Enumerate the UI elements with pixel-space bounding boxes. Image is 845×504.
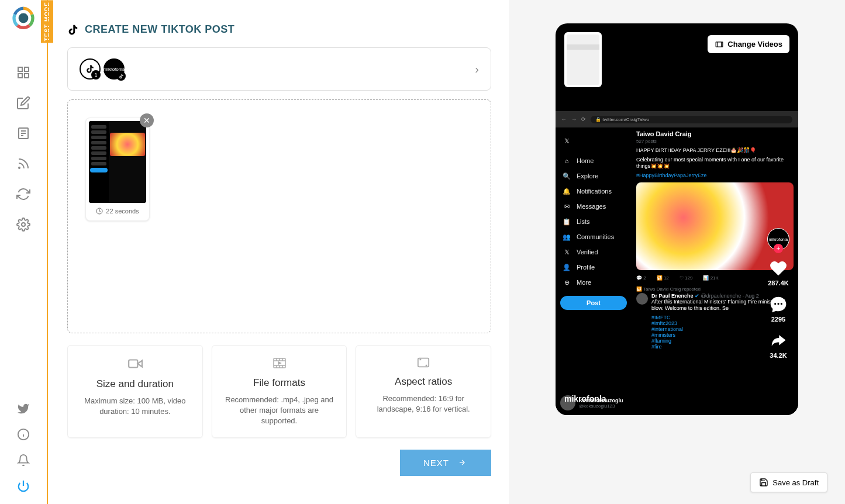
browser-bar: ←→⟳ 🔒 twitter.com/CraigTaiwo	[556, 111, 798, 127]
feed-text: HAPPY BIRTHDAY PAPA JERRY EZE!!!🎂🎉🎊🎈	[636, 147, 794, 154]
settings-icon[interactable]	[16, 218, 30, 232]
twitter-current-handle: @koksuzoglu123	[579, 403, 623, 409]
remove-video-button[interactable]: ✕	[140, 113, 154, 127]
svg-point-9	[19, 167, 20, 168]
twitter-nav-label: Explore	[577, 172, 598, 179]
change-videos-button[interactable]: Change Videos	[708, 35, 789, 53]
video-thumbnail[interactable]	[89, 121, 146, 203]
svg-rect-16	[129, 360, 137, 368]
feed-hashtag: #HappyBirthdayPapaJerryEze	[636, 172, 794, 179]
video-thumbnail-card: ✕ 2	[85, 118, 150, 221]
account-platform-badge	[116, 71, 126, 81]
svg-rect-2	[25, 67, 29, 71]
clock-icon	[96, 208, 103, 215]
twitter-nav-label: Communities	[577, 233, 614, 240]
tiktok-username: mikrofonla	[564, 394, 606, 403]
feed-profile-name: Taiwo David Craig	[636, 130, 794, 137]
svg-point-35	[781, 303, 782, 305]
comment-icon	[769, 295, 788, 314]
account-avatar: mikrofonla	[104, 58, 125, 80]
share-icon	[769, 332, 788, 350]
tiktok-like-count: 287.4K	[768, 279, 788, 286]
next-button[interactable]: NEXT	[400, 450, 491, 476]
film-icon	[271, 356, 288, 370]
info-card-title: Size and duration	[77, 378, 194, 390]
info-card-desc: Recommended: 16:9 for landscape, 9:16 fo…	[365, 393, 482, 415]
tiktok-comment-count: 2295	[771, 316, 785, 323]
feed-user-name: Dr Paul Enenche	[651, 293, 694, 299]
dashboard-icon[interactable]	[16, 65, 30, 80]
tiktok-profile-avatar[interactable]: mikrofonla	[767, 228, 789, 250]
twitter-nav-label: Profile	[577, 264, 595, 271]
svg-marker-17	[137, 361, 142, 367]
feed-user-handle: @drpaulenenche · Aug 2	[701, 293, 759, 299]
info-card-format: File formats Recommended: .mp4, .jpeg an…	[212, 345, 347, 438]
video-content-preview: ←→⟳ 🔒 twitter.com/CraigTaiwo 𝕏 ⌂Home 🔍Ex…	[556, 111, 798, 415]
save-draft-label: Save as Draft	[772, 478, 819, 487]
info-card-desc: Recommended: .mp4, .jpeg and other major…	[221, 395, 338, 427]
account-count-badge: 1	[91, 70, 101, 80]
bell-icon[interactable]	[17, 454, 30, 467]
tiktok-share-count: 34.2K	[770, 352, 787, 359]
svg-point-33	[774, 303, 776, 305]
preview-mini-thumbnail[interactable]	[564, 32, 602, 87]
app-logo[interactable]	[11, 6, 36, 30]
tiktok-action-bar: mikrofonla 287.4K 2295 34.2K	[767, 228, 789, 359]
feed-reposted: Taiwo David Craig reposted	[643, 286, 701, 292]
info-icon[interactable]	[17, 428, 30, 441]
svg-rect-4	[25, 74, 29, 78]
svg-point-0	[19, 13, 29, 23]
video-duration-text: 22 seconds	[106, 208, 139, 215]
twitter-icon[interactable]	[17, 402, 30, 415]
twitter-nav-label: Notifications	[577, 188, 612, 195]
tiktok-like-button[interactable]: 287.4K	[768, 259, 788, 286]
svg-rect-30	[716, 42, 723, 46]
feed-icon[interactable]	[16, 126, 30, 140]
rss-icon[interactable]	[16, 157, 30, 171]
next-button-label: NEXT	[423, 458, 449, 468]
account-tiktok-icon: 1	[80, 58, 101, 80]
twitter-post-button: Post	[560, 296, 627, 310]
browser-url: twitter.com/CraigTaiwo	[602, 117, 649, 122]
tiktok-share-button[interactable]: 34.2K	[769, 332, 788, 359]
compose-panel: CREATE NEW TIKTOK POST 1 mikrofonla ›	[47, 0, 509, 504]
feed-text: Celebrating our most special moments wit…	[636, 157, 794, 170]
chevron-right-icon: ›	[475, 63, 479, 76]
info-card-size: Size and duration Maximum size: 100 MB, …	[67, 345, 203, 438]
info-card-desc: Maximum size: 100 MB, video duration: 10…	[77, 396, 194, 417]
save-draft-button[interactable]: Save as Draft	[750, 472, 827, 492]
power-icon[interactable]	[17, 479, 30, 492]
refresh-icon[interactable]	[16, 187, 30, 201]
svg-rect-3	[18, 74, 22, 78]
twitter-nav-label: More	[577, 279, 591, 286]
twitter-nav-label: Home	[577, 157, 594, 164]
preview-panel: Change Videos ←→⟳ 🔒 twitter.com/CraigTai…	[509, 0, 845, 504]
twitter-nav-label: Messages	[577, 203, 606, 210]
twitter-nav-label: Verified	[577, 248, 598, 256]
svg-point-34	[777, 303, 779, 305]
page-title: CREATE NEW TIKTOK POST	[67, 23, 491, 36]
save-icon	[759, 478, 768, 487]
tiktok-preview: Change Videos ←→⟳ 🔒 twitter.com/CraigTai…	[556, 23, 798, 415]
account-selector[interactable]: 1 mikrofonla ›	[67, 47, 491, 91]
svg-marker-27	[278, 362, 281, 364]
aspect-ratio-icon	[415, 356, 432, 369]
video-camera-icon	[126, 356, 144, 371]
info-card-title: Aspect ratios	[365, 376, 482, 388]
svg-rect-28	[418, 358, 429, 367]
info-card-title: File formats	[221, 377, 338, 389]
sidebar: TEST MODE	[0, 0, 47, 504]
arrow-right-icon	[456, 458, 468, 467]
page-title-text: CREATE NEW TIKTOK POST	[85, 23, 234, 36]
twitter-nav: 𝕏 ⌂Home 🔍Explore 🔔Notifications ✉Message…	[556, 127, 632, 415]
info-card-aspect: Aspect ratios Recommended: 16:9 for land…	[356, 345, 491, 438]
video-duration: 22 seconds	[89, 203, 146, 218]
feed-profile-posts: 527 posts	[636, 139, 794, 144]
twitter-nav-label: Lists	[577, 218, 590, 225]
tiktok-comment-button[interactable]: 2295	[769, 295, 788, 323]
video-dropzone[interactable]: ✕ 2	[67, 99, 491, 333]
tiktok-icon	[67, 24, 79, 36]
svg-rect-1	[18, 67, 22, 71]
compose-icon[interactable]	[16, 96, 30, 110]
svg-point-10	[22, 223, 25, 226]
